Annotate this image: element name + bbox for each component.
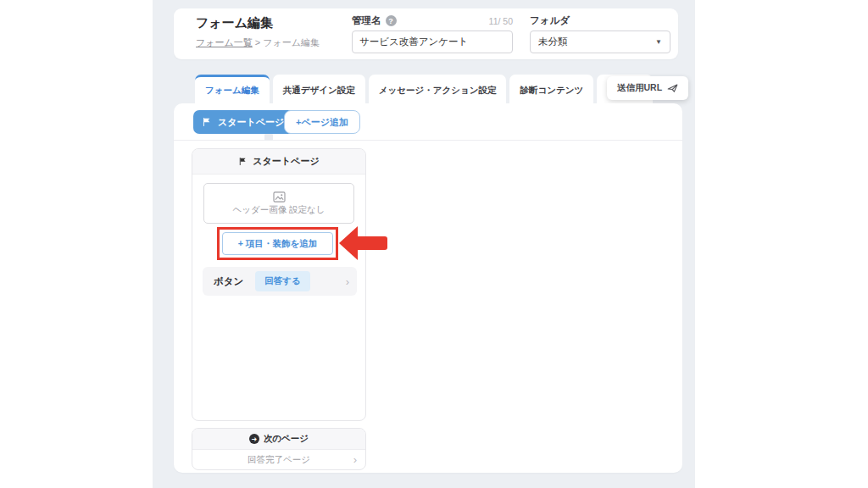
- start-page-card-header: スタートページ: [192, 149, 365, 175]
- chevron-down-icon: ▼: [655, 38, 662, 46]
- tab-diagnosis-content[interactable]: 診断コンテンツ: [509, 75, 593, 103]
- tab-form-edit[interactable]: フォーム編集: [195, 75, 270, 103]
- folder-field-group: フォルダ 未分類 ▼: [530, 14, 670, 53]
- next-page-card: ➜ 次のページ 回答完了ページ ›: [192, 428, 366, 470]
- page-toolbar: スタートページ ⋮ +ページ追加: [174, 103, 682, 141]
- button-settings-row[interactable]: ボタン 回答する ›: [203, 267, 357, 296]
- tab-bar: フォーム編集 共通デザイン設定 メッセージ・アクション設定 診断コンテンツ 各種…: [195, 75, 653, 103]
- add-page-button[interactable]: +ページ追加: [284, 110, 360, 134]
- form-header-card: フォーム編集 フォーム一覧>フォーム編集 管理名 ? 11/ 50 フォルダ 未…: [174, 8, 678, 59]
- char-counter: 11/ 50: [489, 16, 513, 26]
- red-highlight-box: + 項目・装飾を追加: [217, 227, 338, 260]
- folder-select[interactable]: 未分類 ▼: [530, 30, 670, 53]
- completion-page-row[interactable]: 回答完了ページ ›: [192, 450, 365, 469]
- tab-message-action[interactable]: メッセージ・アクション設定: [369, 75, 507, 103]
- start-page-card-title: スタートページ: [253, 155, 319, 168]
- breadcrumb-link-form-list[interactable]: フォーム一覧: [196, 37, 253, 47]
- admin-name-label: 管理名: [352, 14, 381, 27]
- answer-button-badge: 回答する: [255, 271, 310, 291]
- chevron-right-icon: ›: [346, 275, 349, 288]
- admin-name-input[interactable]: [352, 30, 513, 53]
- add-item-decoration-button[interactable]: + 項目・装飾を追加: [222, 232, 333, 255]
- start-page-card: スタートページ ヘッダー画像 設定なし + 項目・装飾を追加 ボタン 回答する: [192, 148, 366, 421]
- next-page-card-title: 次のページ: [264, 433, 309, 445]
- completion-page-label: 回答完了ページ: [248, 454, 310, 466]
- admin-name-field-group: 管理名 ? 11/ 50: [352, 14, 513, 53]
- next-page-card-header: ➜ 次のページ: [192, 429, 365, 450]
- paper-plane-icon: [667, 83, 678, 93]
- start-page-pill-label: スタートページ: [218, 116, 284, 129]
- header-image-placeholder[interactable]: ヘッダー画像 設定なし: [203, 183, 354, 224]
- folder-label: フォルダ: [530, 14, 570, 27]
- breadcrumb-current: フォーム編集: [263, 37, 320, 47]
- form-editor-panel: スタートページ ⋮ +ページ追加 スタートページ: [174, 103, 682, 473]
- breadcrumb-separator: >: [255, 37, 260, 47]
- active-page-notch: [264, 134, 273, 141]
- arrow-right-circle-icon: ➜: [249, 434, 259, 444]
- chevron-right-icon: ›: [353, 453, 357, 466]
- flag-icon: [238, 157, 248, 166]
- send-url-label: 送信用URL: [617, 82, 662, 94]
- tab-common-design[interactable]: 共通デザイン設定: [273, 75, 365, 103]
- page-title: フォーム編集: [196, 15, 273, 31]
- button-row-label: ボタン: [214, 275, 243, 288]
- app-background: フォーム編集 フォーム一覧>フォーム編集 管理名 ? 11/ 50 フォルダ 未…: [153, 0, 695, 488]
- breadcrumb: フォーム一覧>フォーム編集: [196, 36, 320, 49]
- send-url-button[interactable]: 送信用URL: [607, 76, 688, 100]
- help-icon[interactable]: ?: [386, 15, 397, 26]
- flag-icon: [202, 117, 212, 127]
- header-image-placeholder-text: ヘッダー画像 設定なし: [232, 204, 325, 216]
- folder-select-value: 未分類: [538, 36, 568, 48]
- image-icon: [273, 191, 286, 202]
